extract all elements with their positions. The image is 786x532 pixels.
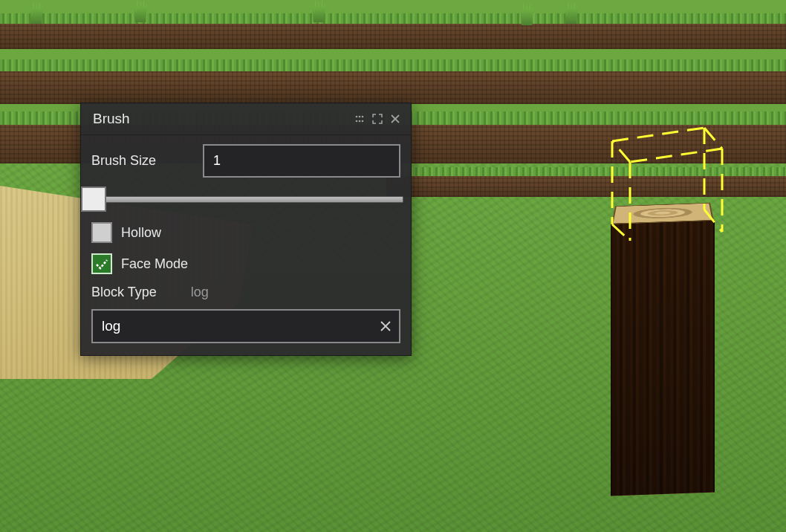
- drag-grip-icon[interactable]: [354, 114, 365, 124]
- hollow-checkbox[interactable]: [91, 222, 112, 243]
- panel-title: Brush: [93, 111, 130, 127]
- svg-point-10: [356, 116, 358, 118]
- slider-thumb[interactable]: [81, 186, 106, 212]
- expand-icon[interactable]: [372, 114, 383, 124]
- svg-point-21: [389, 322, 390, 323]
- game-viewport[interactable]: Brush Brush Size: [0, 0, 786, 532]
- brush-panel: Brush Brush Size: [80, 103, 412, 356]
- terrain-step: [0, 59, 786, 104]
- svg-point-13: [356, 120, 358, 123]
- brush-size-input[interactable]: [203, 144, 400, 178]
- svg-point-23: [389, 329, 390, 331]
- terrain-step: [386, 167, 786, 197]
- terrain-step: [0, 13, 786, 49]
- tall-grass: [134, 0, 147, 22]
- svg-point-11: [359, 116, 361, 118]
- clear-icon[interactable]: [378, 319, 393, 334]
- svg-point-12: [362, 116, 364, 118]
- tall-grass: [312, 0, 325, 22]
- close-icon[interactable]: [390, 114, 400, 124]
- slider-track: [88, 196, 403, 203]
- svg-point-20: [381, 322, 383, 323]
- block-type-row: Block Type log: [91, 285, 400, 300]
- svg-point-22: [381, 329, 383, 331]
- block-type-input-row: [91, 309, 400, 343]
- brush-size-row: Brush Size: [91, 144, 400, 178]
- svg-point-15: [362, 120, 364, 123]
- hollow-row: Hollow: [91, 222, 400, 243]
- block-type-input[interactable]: [91, 309, 400, 343]
- face-mode-row: Face Mode: [91, 253, 400, 274]
- hollow-label: Hollow: [121, 225, 161, 241]
- face-mode-label: Face Mode: [121, 256, 188, 272]
- tall-grass: [30, 1, 43, 24]
- svg-point-14: [359, 120, 361, 123]
- tall-grass: [565, 1, 578, 24]
- block-type-current: log: [191, 285, 209, 300]
- panel-header[interactable]: Brush: [81, 103, 411, 135]
- face-mode-checkbox[interactable]: [91, 253, 112, 274]
- block-type-label: Block Type: [91, 285, 157, 300]
- brush-size-label: Brush Size: [91, 153, 203, 169]
- placed-log-column: [611, 203, 715, 496]
- brush-size-slider[interactable]: [81, 186, 411, 210]
